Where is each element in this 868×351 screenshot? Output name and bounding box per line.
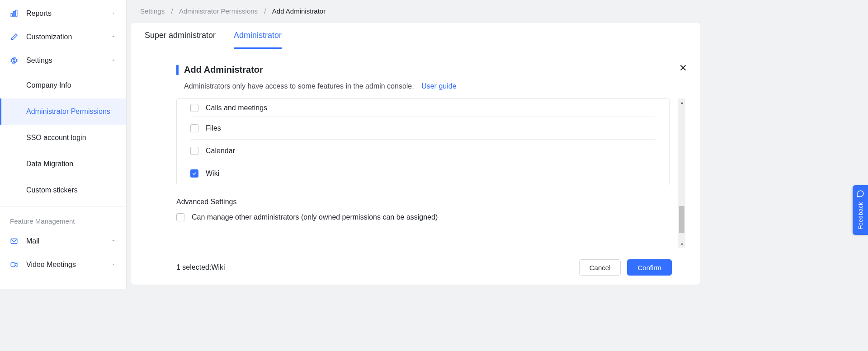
checkbox-files[interactable] — [190, 124, 198, 132]
breadcrumb-settings[interactable]: Settings — [140, 7, 165, 15]
sidebar-item-reports[interactable]: Reports — [0, 2, 126, 25]
svg-rect-0 — [11, 14, 12, 16]
breadcrumb-sep: / — [166, 7, 177, 15]
user-guide-link[interactable]: User guide — [421, 82, 456, 90]
chevron-down-icon — [111, 33, 116, 41]
sidebar-sub-sso[interactable]: SSO account login — [0, 125, 126, 151]
checkbox-manage-others[interactable] — [176, 213, 184, 221]
main-area: Settings / Administrator Permissions / A… — [127, 0, 704, 289]
advanced-settings-title: Advanced Settings — [176, 198, 670, 206]
chevron-down-icon — [111, 9, 116, 18]
page-title: Add Administrator — [184, 65, 263, 75]
tab-administrator[interactable]: Administrator — [234, 31, 282, 49]
app-root: Reports Customization Settings Com — [0, 0, 704, 289]
sidebar-sub-label: Company Info — [26, 81, 71, 89]
scroll-arrow-down-icon[interactable]: ▾ — [678, 240, 685, 248]
sidebar-item-label: Mail — [26, 237, 39, 245]
scroll-area: Calls and meetings Files Calendar — [176, 98, 678, 248]
permissions-box: Calls and meetings Files Calendar — [176, 98, 670, 185]
checkbox-wiki[interactable] — [190, 169, 198, 178]
sidebar-item-label: Video Meetings — [26, 261, 76, 269]
sidebar: Reports Customization Settings Com — [0, 0, 127, 289]
reports-icon — [10, 9, 18, 18]
feedback-tab[interactable]: Feedback — [853, 185, 868, 235]
checkbox-calendar[interactable] — [190, 147, 198, 155]
tabs: Super administrator Administrator — [131, 23, 700, 49]
sidebar-item-mail[interactable]: Mail — [0, 229, 126, 253]
sidebar-item-settings[interactable]: Settings — [0, 49, 126, 72]
advanced-row-manage-others[interactable]: Can manage other administrators (only ow… — [176, 213, 670, 221]
chevron-down-icon — [111, 237, 116, 245]
permission-row-calendar[interactable]: Calendar — [190, 140, 656, 162]
sidebar-sub-label: Data Migration — [26, 160, 73, 168]
feedback-icon — [856, 190, 864, 199]
sidebar-item-label: Reports — [26, 9, 52, 18]
permission-row-calls[interactable]: Calls and meetings — [190, 99, 656, 117]
sidebar-divider — [0, 206, 126, 206]
content: Add Administrator Administrators only ha… — [131, 49, 700, 285]
sidebar-sub-label: Administrator Permissions — [26, 108, 110, 116]
sidebar-item-label: Settings — [26, 56, 52, 65]
tab-super-admin[interactable]: Super administrator — [145, 31, 216, 49]
permission-label: Calendar — [206, 147, 235, 155]
chevron-down-icon — [111, 261, 116, 269]
permission-row-files[interactable]: Files — [190, 117, 656, 140]
permission-label: Wiki — [206, 169, 219, 178]
sidebar-sub-company-info[interactable]: Company Info — [0, 72, 126, 98]
section-header-bar — [176, 65, 179, 75]
vertical-scrollbar[interactable]: ▴ ▾ — [678, 98, 685, 248]
sidebar-sub-custom-stickers[interactable]: Custom stickers — [0, 177, 126, 203]
sidebar-item-label: Customization — [26, 33, 72, 41]
permission-row-wiki[interactable]: Wiki — [190, 162, 656, 185]
video-icon — [10, 261, 18, 269]
sidebar-sub-label: Custom stickers — [26, 186, 78, 194]
section-header: Add Administrator — [176, 65, 685, 75]
breadcrumb-admin-perms[interactable]: Administrator Permissions — [179, 7, 258, 15]
sidebar-sub-label: SSO account login — [26, 134, 86, 142]
footer: 1 selected:Wiki Cancel Confirm — [176, 259, 685, 276]
selection-count: 1 selected:Wiki — [176, 263, 225, 271]
sidebar-sub-data-migration[interactable]: Data Migration — [0, 151, 126, 177]
permission-label: Files — [206, 124, 221, 132]
cancel-button[interactable]: Cancel — [579, 259, 621, 276]
scroll-arrow-up-icon[interactable]: ▴ — [678, 98, 685, 106]
svg-point-3 — [13, 60, 15, 62]
sidebar-item-customization[interactable]: Customization — [0, 25, 126, 49]
sidebar-section-feature-mgmt: Feature Management — [0, 209, 126, 229]
confirm-button[interactable]: Confirm — [627, 259, 672, 276]
breadcrumb: Settings / Administrator Permissions / A… — [127, 0, 704, 22]
advanced-label: Can manage other administrators (only ow… — [192, 213, 438, 221]
close-button[interactable] — [678, 63, 688, 74]
feedback-label: Feedback — [857, 202, 864, 229]
breadcrumb-current: Add Administrator — [272, 7, 326, 15]
checkbox-calls[interactable] — [190, 104, 198, 112]
scroll-thumb[interactable] — [679, 206, 684, 233]
main-panel: Super administrator Administrator Add Ad… — [131, 23, 700, 285]
scroll-wrap: Calls and meetings Files Calendar — [176, 98, 685, 248]
page-subtitle: Administrators only have access to some … — [184, 82, 414, 90]
breadcrumb-sep: / — [259, 7, 270, 15]
svg-rect-5 — [11, 263, 15, 267]
svg-rect-1 — [14, 12, 15, 17]
page-subtitle-row: Administrators only have access to some … — [184, 82, 685, 90]
sidebar-item-video-meetings[interactable]: Video Meetings — [0, 253, 126, 276]
permission-label: Calls and meetings — [206, 104, 267, 112]
svg-rect-2 — [16, 10, 17, 17]
gear-icon — [10, 56, 18, 65]
chevron-up-icon — [111, 56, 116, 65]
mail-icon — [10, 237, 18, 245]
sidebar-sub-admin-permissions[interactable]: Administrator Permissions — [0, 98, 126, 125]
pencil-icon — [10, 33, 18, 41]
